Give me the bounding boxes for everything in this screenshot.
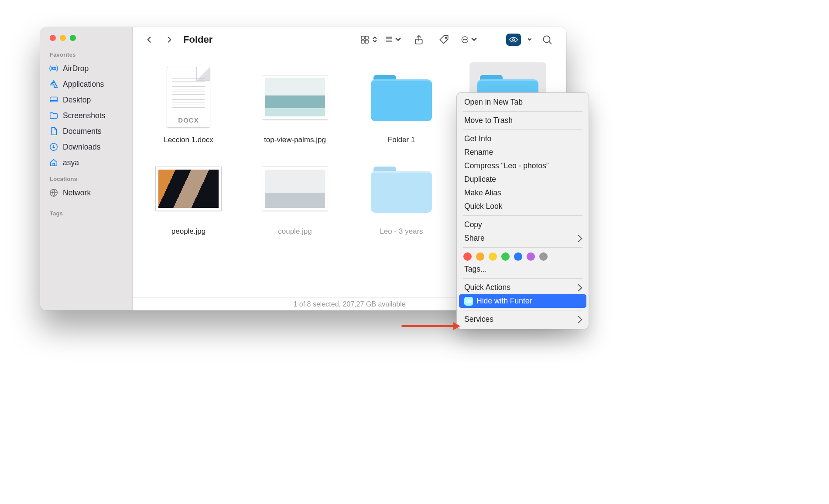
tag-color-row — [459, 250, 586, 262]
menu-services[interactable]: Services — [459, 313, 586, 326]
sidebar-item-screenshots[interactable]: Screenshots — [49, 108, 126, 123]
file-name: Leo - 3 years — [380, 227, 423, 236]
applications-icon — [49, 79, 58, 89]
menu-compress[interactable]: Compress “Leo - photos” — [459, 159, 586, 173]
docx-icon: DOCX — [167, 67, 210, 128]
svg-rect-6 — [361, 40, 364, 43]
menu-separator — [463, 215, 582, 216]
share-button[interactable] — [410, 31, 428, 48]
desktop-icon — [49, 95, 58, 105]
eye-icon — [506, 34, 521, 46]
search-button[interactable] — [538, 31, 556, 48]
sidebar-item-network[interactable]: Network — [49, 185, 126, 201]
file-item[interactable]: DOCX Leccion 1.docx — [150, 62, 227, 145]
tag-color-purple[interactable] — [527, 252, 535, 261]
file-item[interactable]: Folder 1 — [363, 62, 440, 145]
view-mode-button[interactable] — [360, 31, 377, 48]
file-item[interactable]: Leo - 3 years — [363, 154, 440, 236]
menu-share[interactable]: Share — [459, 232, 586, 245]
menu-item-label: Hide with Funter — [476, 296, 532, 306]
folder-icon — [49, 111, 58, 120]
svg-rect-10 — [391, 37, 392, 38]
close-window-button[interactable] — [50, 35, 56, 41]
svg-rect-5 — [365, 36, 368, 39]
menu-quick-actions[interactable]: Quick Actions — [459, 281, 586, 294]
sidebar-section-tags: Tags — [50, 210, 126, 217]
group-button[interactable] — [385, 31, 402, 48]
file-item[interactable]: people.jpg — [150, 154, 227, 236]
file-name: people.jpg — [171, 227, 206, 236]
window-controls — [50, 35, 126, 41]
tag-color-orange[interactable] — [476, 252, 484, 261]
menu-make-alias[interactable]: Make Alias — [459, 186, 586, 200]
folder-title: Folder — [183, 34, 212, 45]
menu-separator — [463, 278, 582, 279]
sidebar-item-airdrop[interactable]: AirDrop — [49, 61, 126, 76]
file-item[interactable]: top-view-palms.jpg — [257, 62, 333, 145]
sidebar-item-desktop[interactable]: Desktop — [49, 92, 126, 108]
tag-color-green[interactable] — [501, 252, 510, 261]
tag-color-blue[interactable] — [514, 252, 522, 261]
sidebar-item-applications[interactable]: Applications — [49, 76, 126, 92]
annotation-arrow — [401, 322, 460, 330]
eye-icon — [464, 297, 473, 306]
sidebar-item-downloads[interactable]: Downloads — [49, 139, 126, 155]
folder-icon — [371, 165, 432, 213]
menu-separator — [463, 310, 582, 310]
svg-point-19 — [468, 300, 469, 302]
image-thumbnail — [156, 167, 221, 211]
sidebar-item-home[interactable]: asya — [49, 155, 126, 170]
sidebar-item-documents[interactable]: Documents — [49, 123, 126, 139]
menu-rename[interactable]: Rename — [459, 146, 586, 159]
sidebar-item-label: Desktop — [63, 95, 91, 105]
airdrop-icon — [49, 64, 58, 73]
svg-rect-7 — [365, 40, 368, 43]
tag-color-yellow[interactable] — [489, 252, 497, 261]
menu-separator — [463, 111, 582, 112]
tag-color-red[interactable] — [463, 252, 472, 261]
svg-rect-1 — [50, 97, 58, 102]
svg-rect-8 — [386, 37, 387, 38]
document-icon — [49, 126, 58, 136]
home-icon — [49, 158, 58, 167]
menu-move-to-trash[interactable]: Move to Trash — [459, 114, 586, 127]
svg-point-16 — [466, 39, 467, 40]
updown-icon — [373, 36, 377, 43]
menu-tags[interactable]: Tags... — [459, 262, 586, 276]
tag-color-gray[interactable] — [539, 252, 548, 261]
downloads-icon — [49, 142, 58, 152]
sidebar-section-locations: Locations — [50, 176, 126, 182]
menu-separator — [463, 247, 582, 248]
image-thumbnail — [262, 75, 328, 119]
toolbar: Folder — [133, 27, 566, 52]
menu-duplicate[interactable]: Duplicate — [459, 173, 586, 186]
svg-point-0 — [52, 67, 55, 70]
menu-open-new-tab[interactable]: Open in New Tab — [459, 95, 586, 109]
globe-icon — [49, 188, 58, 198]
menu-get-info[interactable]: Get Info — [459, 132, 586, 146]
sidebar: Favorites AirDrop Applications Desktop S… — [40, 27, 133, 310]
file-name: couple.jpg — [278, 227, 312, 236]
tags-button[interactable] — [435, 31, 453, 48]
menu-separator — [463, 129, 582, 130]
sidebar-item-label: Applications — [63, 80, 104, 89]
menu-copy[interactable]: Copy — [459, 218, 586, 232]
file-name: top-view-palms.jpg — [264, 136, 326, 144]
zoom-window-button[interactable] — [70, 35, 76, 41]
svg-point-15 — [465, 39, 466, 40]
file-name: Leccion 1.docx — [164, 136, 213, 144]
menu-hide-with-funter[interactable]: Hide with Funter — [459, 294, 586, 308]
sidebar-item-label: Screenshots — [63, 111, 105, 120]
file-item[interactable]: couple.jpg — [257, 154, 333, 236]
menu-quick-look[interactable]: Quick Look — [459, 200, 586, 213]
action-button[interactable] — [461, 31, 478, 48]
sidebar-section-favorites: Favorites — [50, 51, 126, 58]
file-name: Folder 1 — [388, 136, 415, 144]
back-button[interactable] — [140, 31, 158, 48]
svg-point-14 — [463, 39, 464, 40]
svg-rect-9 — [388, 37, 390, 38]
sidebar-item-label: Downloads — [63, 143, 101, 152]
funter-toolbar-button[interactable] — [504, 34, 532, 46]
minimize-window-button[interactable] — [60, 35, 66, 41]
forward-button[interactable] — [161, 31, 178, 48]
